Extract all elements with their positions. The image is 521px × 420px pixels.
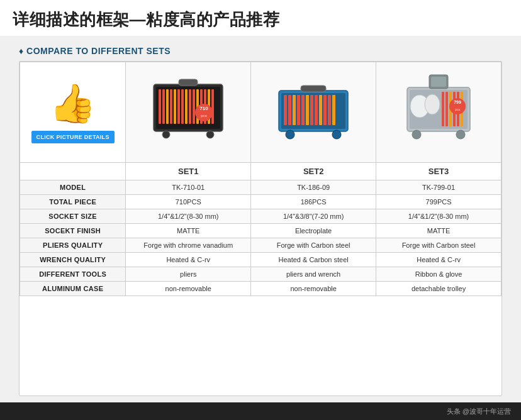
svg-text:pcs: pcs: [455, 108, 460, 111]
thumbs-cell: 👍 CLICK PICTURE DETAILS: [20, 62, 126, 163]
svg-rect-5: [170, 89, 172, 124]
row-value-set2: Forge with Carbon steel: [251, 238, 376, 253]
compare-section-title: COMPARE TO DIFFERENT SETS: [19, 46, 502, 56]
set1-product-svg: 710 pcs: [147, 72, 229, 153]
svg-point-53: [456, 130, 465, 139]
svg-text:710: 710: [200, 106, 209, 111]
svg-text:pcs: pcs: [201, 114, 207, 118]
svg-rect-28: [297, 95, 300, 125]
watermark-text: 头条 @波哥十年运营: [447, 407, 511, 416]
row-value-set2: Electroplate: [251, 224, 376, 238]
set1-header: SET1: [126, 163, 251, 180]
row-value-set2: pliers and wrench: [251, 267, 376, 282]
row-value-set1: Heated & C-rv: [126, 253, 251, 267]
table-row: SOCKET SIZE1/4"&1/2"(8-30 mm)1/4"&3/8"(7…: [20, 209, 501, 224]
set-header-row: SET1 SET2 SET3: [20, 163, 501, 180]
row-value-set1: Forge with chrome vanadium: [126, 238, 251, 253]
set-header-empty: [20, 163, 126, 180]
table-row: PLIERS QUALITYForge with chrome vanadium…: [20, 238, 501, 253]
row-value-set3: Ribbon & glove: [376, 267, 501, 282]
table-row: ALUMINUM CASEnon-removablenon-removabled…: [20, 282, 501, 296]
svg-point-38: [286, 130, 294, 139]
row-value-set1: non-removable: [126, 282, 251, 296]
svg-rect-11: [193, 89, 195, 124]
row-value-set2: non-removable: [251, 282, 376, 296]
click-picture-button[interactable]: CLICK PICTURE DETAILS: [31, 131, 115, 143]
set1-product-image-cell: 710 pcs: [126, 62, 251, 163]
row-value-set3: TK-799-01: [376, 180, 501, 195]
set1-product-image: 710 pcs: [126, 65, 250, 160]
svg-rect-36: [332, 95, 335, 125]
row-value-set1: MATTE: [126, 224, 251, 238]
row-value-set3: Heated & C-rv: [376, 253, 501, 267]
row-value-set1: 710PCS: [126, 195, 251, 209]
svg-rect-35: [328, 95, 331, 125]
row-label: ALUMINUM CASE: [20, 282, 126, 296]
set3-product-svg: 799 pcs: [398, 72, 479, 153]
row-label: WRENCH QUALITY: [20, 253, 126, 267]
content-area: COMPARE TO DIFFERENT SETS 👍 CLICK PICTUR…: [0, 36, 521, 402]
set3-product-image-cell: 799 pcs: [376, 62, 501, 163]
slide-container: 详细描述的框架—粘度高的产品推荐 COMPARE TO DIFFERENT SE…: [0, 0, 521, 420]
row-label: TOTAL PIECE: [20, 195, 126, 209]
svg-text:799: 799: [454, 100, 461, 104]
row-value-set3: 1/4"&1/2"(8-30 mm): [376, 209, 501, 224]
svg-rect-16: [211, 89, 214, 124]
row-value-set1: pliers: [126, 267, 251, 282]
svg-rect-9: [185, 89, 188, 124]
svg-point-39: [332, 130, 341, 139]
table-row: SOCEKT FINISHMATTEElectroplateMATTE: [20, 224, 501, 238]
svg-rect-30: [306, 95, 309, 125]
table-row: WRENCH QUALITYHeated & C-rvHeated & Carb…: [20, 253, 501, 267]
row-value-set3: Forge with Carbon steel: [376, 238, 501, 253]
svg-point-19: [206, 131, 214, 138]
row-label: MODEL: [20, 180, 126, 195]
image-row: 👍 CLICK PICTURE DETAILS: [20, 62, 501, 163]
row-value-set3: detachable trolley: [376, 282, 501, 296]
row-value-set2: TK-186-09: [251, 180, 376, 195]
bottom-bar: 头条 @波哥十年运营: [0, 402, 521, 420]
row-value-set1: TK-710-01: [126, 180, 251, 195]
svg-rect-33: [319, 95, 322, 125]
svg-rect-37: [301, 86, 326, 92]
row-value-set3: 799PCS: [376, 195, 501, 209]
svg-rect-45: [445, 92, 448, 126]
svg-rect-7: [177, 89, 180, 124]
svg-rect-10: [189, 89, 191, 124]
top-header: 详细描述的框架—粘度高的产品推荐: [0, 0, 521, 36]
svg-rect-29: [301, 95, 305, 125]
compare-table: 👍 CLICK PICTURE DETAILS: [20, 62, 501, 296]
compare-table-wrapper: 👍 CLICK PICTURE DETAILS: [19, 61, 502, 396]
set2-product-svg: [272, 72, 354, 153]
row-value-set3: MATTE: [376, 224, 501, 238]
svg-rect-8: [181, 89, 184, 124]
svg-rect-27: [293, 95, 296, 125]
svg-rect-44: [442, 92, 444, 126]
svg-rect-32: [315, 95, 318, 125]
set3-product-image: 799 pcs: [376, 65, 501, 160]
thumbs-up-icon: 👍: [49, 81, 96, 126]
svg-point-52: [412, 130, 421, 139]
table-row: DIFFERENT TOOLSplierspliers and wrenchRi…: [20, 267, 501, 282]
svg-rect-31: [310, 95, 313, 125]
svg-rect-25: [284, 95, 287, 125]
row-value-set2: 1/4"&3/8"(7-20 mm): [251, 209, 376, 224]
svg-point-51: [425, 94, 440, 114]
row-value-set2: Heated & Carbon steel: [251, 253, 376, 267]
set2-header: SET2: [251, 163, 376, 180]
svg-rect-34: [323, 95, 327, 125]
row-label: SOCEKT FINISH: [20, 224, 126, 238]
svg-rect-3: [162, 89, 165, 124]
page-title: 详细描述的框架—粘度高的产品推荐: [13, 9, 508, 31]
row-label: PLIERS QUALITY: [20, 238, 126, 253]
row-label: DIFFERENT TOOLS: [20, 267, 126, 282]
table-row: TOTAL PIECE710PCS186PCS799PCS: [20, 195, 501, 209]
row-value-set2: 186PCS: [251, 195, 376, 209]
svg-rect-4: [166, 89, 169, 124]
svg-rect-43: [431, 77, 446, 87]
set2-product-image-cell: [251, 62, 376, 163]
svg-rect-6: [174, 89, 176, 124]
svg-point-18: [162, 131, 170, 138]
set2-product-image: [251, 65, 376, 160]
row-value-set1: 1/4"&1/2"(8-30 mm): [126, 209, 251, 224]
